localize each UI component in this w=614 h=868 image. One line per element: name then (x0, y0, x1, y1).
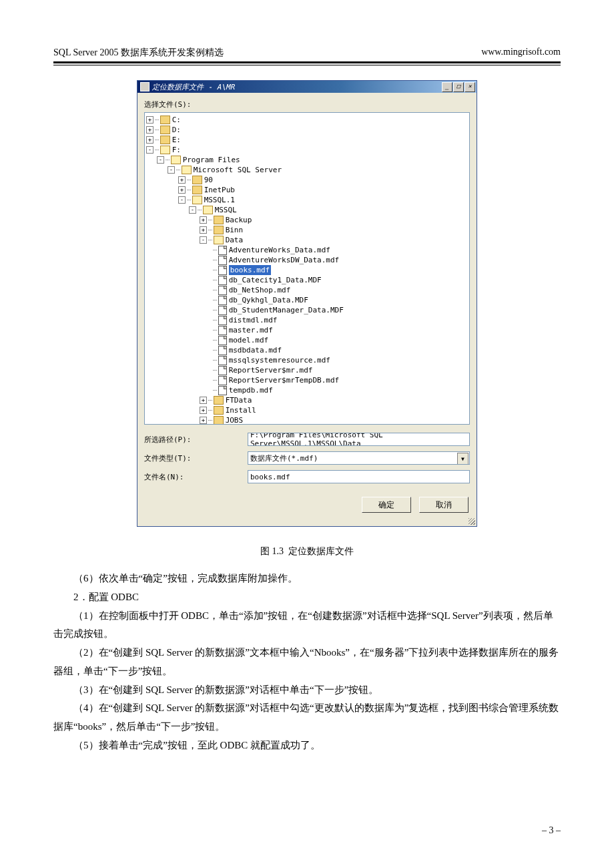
folder-icon (214, 226, 224, 234)
collapse-icon[interactable]: - (178, 196, 186, 204)
titlebar[interactable]: 定位数据库文件 - A\MR _ □ × (137, 81, 477, 93)
file-icon (218, 326, 227, 335)
expand-icon[interactable]: + (146, 136, 154, 144)
expand-icon[interactable]: + (200, 397, 207, 404)
file-icon (218, 366, 227, 375)
folder-icon (160, 136, 170, 144)
maximize-button[interactable]: □ (453, 82, 464, 92)
file-tree[interactable]: +┈C: +┈D: +┈E: -┈F: -┈Program Files -┈Mi… (144, 112, 470, 425)
collapse-icon[interactable]: - (200, 236, 207, 244)
folder-icon (214, 396, 224, 405)
minimize-button[interactable]: _ (442, 82, 452, 92)
folder-icon (214, 406, 224, 415)
file-icon (218, 246, 227, 255)
chevron-down-icon[interactable]: ▼ (457, 453, 469, 465)
cancel-button[interactable]: 取消 (419, 497, 469, 513)
expand-icon[interactable]: + (200, 216, 207, 224)
filetype-label: 文件类型(T): (144, 453, 248, 463)
folder-open-icon (203, 206, 213, 214)
file-icon (218, 256, 227, 265)
folder-icon (214, 416, 224, 425)
folder-open-icon (214, 236, 224, 244)
file-icon (218, 266, 227, 275)
folder-icon (192, 176, 202, 184)
expand-icon[interactable]: + (146, 116, 154, 124)
app-icon (140, 82, 149, 91)
file-icon (218, 386, 227, 395)
collapse-icon[interactable]: - (189, 206, 196, 214)
expand-icon[interactable]: + (146, 126, 154, 134)
collapse-icon[interactable]: - (146, 146, 154, 154)
filetype-combo[interactable]: 数据库文件(*.mdf)▼ (248, 451, 470, 465)
collapse-icon[interactable]: - (168, 166, 175, 174)
folder-icon (214, 216, 224, 224)
select-file-label: 选择文件(S): (144, 99, 470, 110)
folder-icon (160, 126, 170, 134)
folder-icon (192, 186, 202, 194)
folder-open-icon (171, 156, 181, 164)
locate-db-dialog: 定位数据库文件 - A\MR _ □ × 选择文件(S): +┈C: +┈D: … (137, 80, 477, 527)
filename-label: 文件名(N): (144, 472, 248, 482)
dialog-title: 定位数据库文件 - A\MR (152, 82, 234, 92)
collapse-icon[interactable]: - (157, 156, 164, 164)
file-icon (218, 336, 227, 345)
file-icon (218, 296, 227, 305)
body-text: （6）依次单击“确定”按钮，完成数据库附加操作。 2．配置 ODBC （1）在控… (53, 570, 561, 755)
filename-field[interactable]: books.mdf (248, 470, 470, 483)
expand-icon[interactable]: + (200, 226, 207, 234)
file-icon (218, 346, 227, 355)
close-button[interactable]: × (465, 82, 475, 92)
expand-icon[interactable]: + (178, 176, 186, 184)
folder-open-icon (192, 196, 202, 204)
page-number: – 3 – (542, 825, 561, 836)
figure-caption: 图 1.3 定位数据库文件 (53, 546, 561, 558)
expand-icon[interactable]: + (178, 186, 186, 194)
file-icon (218, 306, 227, 315)
folder-icon (160, 116, 170, 124)
folder-open-icon (160, 146, 170, 154)
folder-open-icon (182, 166, 192, 174)
file-icon (218, 276, 227, 285)
expand-icon[interactable]: + (200, 417, 207, 424)
path-label: 所选路径(P): (144, 435, 248, 445)
resize-grip[interactable] (137, 518, 477, 526)
file-icon (218, 356, 227, 365)
path-field[interactable]: F:\Program Files\Microsoft SQL Server\MS… (248, 433, 470, 446)
expand-icon[interactable]: + (200, 407, 207, 414)
ok-button[interactable]: 确定 (362, 497, 411, 513)
file-icon (218, 286, 227, 295)
selected-file[interactable]: books.mdf (229, 265, 272, 275)
site-url: www.mingrisoft.com (481, 47, 561, 59)
book-title: SQL Server 2005 数据库系统开发案例精选 (53, 47, 224, 59)
file-icon (218, 316, 227, 325)
file-icon (218, 376, 227, 385)
